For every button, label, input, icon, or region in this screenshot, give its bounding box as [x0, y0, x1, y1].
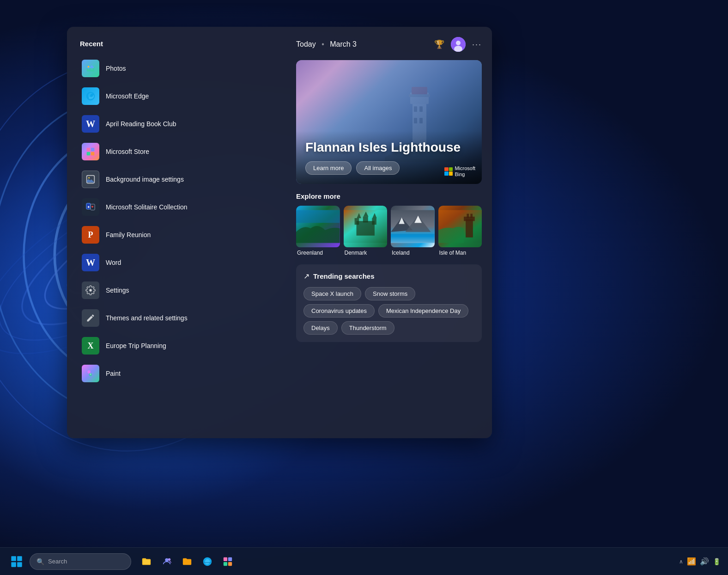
trophy-icon[interactable]: 🏆	[434, 39, 444, 49]
ppt-icon: P	[82, 226, 99, 244]
windows-logo	[10, 555, 23, 568]
denmark-label: Denmark	[344, 250, 388, 256]
bing-logo	[444, 167, 453, 176]
news-date-container: Today • March 3	[296, 40, 357, 49]
themes-label: Themes and related settings	[106, 314, 188, 322]
app-item-word[interactable]: W Word	[76, 249, 279, 276]
iceland-label: Iceland	[391, 250, 435, 256]
start-menu: Recent Photos	[67, 27, 492, 438]
wifi-icon[interactable]: 📶	[687, 557, 696, 566]
left-panel: Recent Photos	[67, 27, 289, 438]
news-date-label: Today	[296, 40, 316, 48]
excel-icon: X	[82, 337, 99, 355]
chip-snow-storms[interactable]: Snow storms	[365, 287, 415, 300]
paint-label: Paint	[106, 370, 121, 377]
file-explorer-taskbar[interactable]	[138, 553, 155, 570]
svg-point-62	[165, 558, 168, 561]
app-item-photos[interactable]: Photos	[76, 55, 279, 82]
svg-rect-15	[91, 152, 95, 156]
svg-rect-61	[17, 562, 22, 567]
all-images-button[interactable]: All images	[356, 161, 400, 175]
hero-card[interactable]: Flannan Isles Lighthouse Learn more All …	[296, 60, 482, 184]
svg-rect-59	[17, 556, 22, 561]
isle-of-man-label: Isle of Man	[438, 250, 482, 256]
explore-section: Explore more	[296, 192, 482, 256]
start-button[interactable]	[8, 553, 25, 570]
search-placeholder: Search	[48, 558, 67, 565]
chip-mexican[interactable]: Mexican Independence Day	[378, 304, 468, 318]
svg-point-26	[456, 41, 461, 45]
settings-label: Settings	[106, 287, 129, 294]
file-manager-taskbar[interactable]	[178, 553, 196, 570]
svg-rect-67	[228, 562, 232, 565]
explore-item-greenland[interactable]: Greenland	[296, 206, 340, 256]
app-item-solitaire[interactable]: ♠ ♥ Microsoft Solitaire Collection	[76, 194, 279, 220]
bing-label: Microsoft Bing	[455, 165, 475, 177]
svg-rect-55	[464, 217, 475, 221]
iceland-thumb	[391, 206, 435, 247]
svg-rect-14	[87, 152, 91, 156]
paint-icon	[82, 365, 99, 382]
themes-icon	[82, 309, 99, 327]
explore-title: Explore more	[296, 192, 482, 200]
svg-rect-56	[467, 214, 469, 218]
trending-header: ↗ Trending searches	[303, 272, 474, 281]
app-item-excel[interactable]: X Europe Trip Planning	[76, 332, 279, 359]
app-item-settings[interactable]: Settings	[76, 277, 279, 304]
app-item-store[interactable]: Microsoft Store	[76, 138, 279, 165]
word-icon: W	[82, 254, 99, 271]
app-item-april[interactable]: W April Reading Book Club	[76, 110, 279, 137]
edge-label: Microsoft Edge	[106, 92, 149, 100]
app-item-paint[interactable]: Paint	[76, 360, 279, 387]
learn-more-button[interactable]: Learn more	[305, 161, 352, 175]
app-item-ppt[interactable]: P Family Reunion	[76, 221, 279, 248]
photos-icon	[82, 60, 99, 77]
system-tray: ∧ 📶 🔊 🔋	[679, 557, 721, 566]
teams-icon	[162, 557, 172, 567]
excel-label: Europe Trip Planning	[106, 342, 166, 349]
bg-settings-label: Background image settings	[106, 176, 184, 183]
explore-item-denmark[interactable]: Denmark	[344, 206, 388, 256]
edge-taskbar[interactable]	[199, 553, 216, 570]
taskbar-app-icons	[138, 553, 237, 570]
chevron-up-icon[interactable]: ∧	[679, 558, 683, 565]
chip-thunderstorm[interactable]: Thunderstorm	[341, 321, 394, 335]
photos-label: Photos	[106, 65, 126, 72]
edge-icon	[82, 87, 99, 105]
svg-rect-60	[11, 562, 16, 567]
volume-icon[interactable]: 🔊	[700, 557, 709, 566]
svg-rect-58	[11, 556, 16, 561]
explore-grid: Greenland	[296, 206, 482, 256]
file-manager-icon	[182, 557, 192, 567]
trending-chips: Space X launch Snow storms Coronavirus u…	[303, 287, 474, 335]
solitaire-label: Microsoft Solitaire Collection	[106, 203, 188, 211]
file-explorer-icon	[141, 557, 152, 567]
recent-label: Recent	[76, 40, 279, 48]
svg-point-63	[168, 558, 171, 561]
app-item-bg-settings[interactable]: Background image settings	[76, 166, 279, 193]
svg-rect-12	[87, 148, 91, 152]
chip-delays[interactable]: Delays	[303, 321, 338, 335]
explore-item-isle-of-man[interactable]: Isle of Man	[438, 206, 482, 256]
april-label: April Reading Book Club	[106, 120, 176, 128]
svg-point-22	[87, 370, 91, 373]
svg-rect-42	[372, 218, 376, 225]
chip-space-x[interactable]: Space X launch	[303, 287, 361, 300]
trending-section: ↗ Trending searches Space X launch Snow …	[296, 264, 482, 342]
more-icon[interactable]: ···	[472, 40, 482, 49]
chip-coronavirus[interactable]: Coronavirus updates	[303, 304, 375, 318]
taskbar-search[interactable]: 🔍 Search	[30, 553, 131, 570]
greenland-label: Greenland	[296, 250, 340, 256]
word-label: Word	[106, 259, 121, 266]
app-item-edge[interactable]: Microsoft Edge	[76, 83, 279, 110]
svg-point-11	[88, 66, 90, 68]
teams-taskbar[interactable]	[158, 553, 176, 570]
svg-rect-65	[228, 557, 232, 561]
taskbar: 🔍 Search	[0, 547, 728, 575]
battery-icon[interactable]: 🔋	[713, 558, 721, 565]
svg-rect-43	[363, 217, 368, 223]
store-taskbar[interactable]	[219, 553, 237, 570]
user-avatar[interactable]	[451, 37, 466, 52]
explore-item-iceland[interactable]: Iceland	[391, 206, 435, 256]
app-item-themes[interactable]: Themes and related settings	[76, 305, 279, 331]
